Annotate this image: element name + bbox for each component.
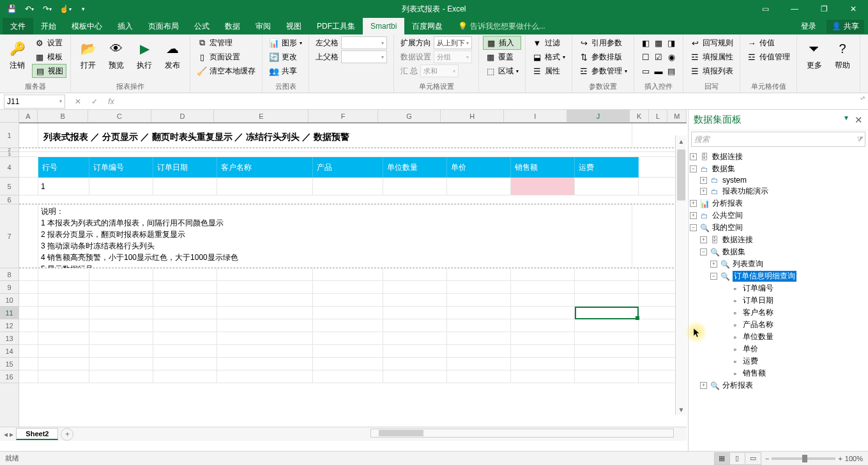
shape-button[interactable]: 📊图形▾ [266, 36, 305, 50]
filllist-button[interactable]: ☰填报列表 [687, 64, 736, 78]
tab-home[interactable]: 开始 [33, 18, 64, 34]
rowhdr-6[interactable]: 6 [0, 195, 19, 204]
tab-file[interactable]: 文件 [3, 18, 33, 34]
tree-price[interactable]: ▫单价 [690, 343, 867, 355]
rowhdr-15[interactable]: 15 [0, 358, 19, 370]
page-setup-button[interactable]: ▯页面设置 [194, 50, 258, 64]
maximize-button[interactable]: ❐ [809, 0, 839, 18]
colhdr-C[interactable]: C [88, 110, 151, 122]
sheet-nav[interactable]: ◂ ▸ [4, 430, 13, 439]
template-button[interactable]: ▦模板 [32, 50, 66, 64]
clear-cache-button[interactable]: 🧹清空本地缓存 [194, 64, 258, 78]
tree-analysis[interactable]: +📊分析报表 [690, 197, 867, 210]
tab-review[interactable]: 审阅 [248, 18, 278, 34]
settings-button[interactable]: ⚙设置 [32, 36, 66, 50]
region-button[interactable]: ⬚区域▾ [483, 64, 521, 78]
touch-qat[interactable]: ☝▾ [57, 2, 73, 16]
tab-insert[interactable]: 插入 [110, 18, 141, 34]
rowhdr-16[interactable]: 16 [0, 370, 19, 383]
add-sheet-button[interactable]: + [61, 428, 73, 441]
panel-dropdown-icon[interactable]: ▼ [843, 114, 849, 126]
wbrule-button[interactable]: ↩回写规则 [687, 36, 736, 50]
colhdr-L[interactable]: L [649, 110, 668, 122]
open-button[interactable]: 📂打开 [75, 36, 102, 73]
horizontal-scrollbar[interactable] [370, 429, 674, 438]
tree-sales[interactable]: ▫销售额 [690, 367, 867, 379]
colhdr-D[interactable]: D [151, 110, 215, 122]
tree-demo[interactable]: +🗀报表功能演示 [690, 185, 867, 197]
tab-data[interactable]: 数据 [217, 18, 248, 34]
cloud-share-button[interactable]: 👥共享 [266, 64, 305, 78]
tree-public[interactable]: +🗀公共空间 [690, 210, 867, 222]
fx-button[interactable]: fx [103, 95, 119, 109]
refparam-button[interactable]: ↪引用参数 [576, 36, 630, 50]
tree-orderquery[interactable]: −🔍订单信息明细查询 [690, 270, 867, 282]
vertical-scrollbar[interactable]: ▲ ▼ [675, 135, 687, 415]
login-link[interactable]: 登录 [793, 21, 824, 32]
tab-layout[interactable]: 页面布局 [141, 18, 187, 34]
ctrl-3[interactable]: ▭▬▤ [638, 64, 679, 78]
change-button[interactable]: 🔄更改 [266, 50, 305, 64]
paramsort-button[interactable]: ⇅参数排版 [576, 50, 630, 64]
rowhdr-12[interactable]: 12 [0, 319, 19, 332]
rowhdr-7[interactable]: 7 [0, 204, 19, 268]
formula-input[interactable] [119, 95, 855, 109]
accept-fx-button[interactable]: ✓ [87, 95, 102, 109]
logout-button[interactable]: 🔑注销 [4, 36, 31, 73]
sum-combo[interactable]: 求和▾ [420, 65, 459, 77]
rowhdr-8[interactable]: 8 [0, 268, 19, 281]
ribbon-options-button[interactable]: ▭ [750, 0, 780, 18]
expand-combo[interactable]: 从上到下▾ [434, 36, 472, 49]
zoom-thumb[interactable] [802, 455, 807, 462]
scroll-up-icon[interactable]: ▲ [676, 135, 687, 147]
more-button[interactable]: ⏷更多 [801, 36, 828, 73]
colhdr-M[interactable]: M [667, 110, 687, 122]
close-button[interactable]: ✕ [839, 0, 868, 18]
ctrl-2[interactable]: ☐☑◉ [638, 50, 679, 64]
panel-close-icon[interactable]: ✕ [855, 114, 863, 126]
zoom-slider[interactable] [772, 457, 835, 460]
colhdr-E[interactable]: E [214, 110, 308, 122]
tellme[interactable]: 💡 告诉我您想要做什么... [450, 18, 552, 34]
collapse-ribbon-button[interactable]: ˄ [862, 96, 865, 103]
colhdr-I[interactable]: I [504, 110, 567, 122]
tab-formula[interactable]: 公式 [187, 18, 217, 34]
rowhdr-13[interactable]: 13 [0, 332, 19, 345]
view-page-button[interactable]: ▯ [730, 453, 745, 464]
share-button[interactable]: 👤共享 [826, 20, 864, 33]
tab-template[interactable]: 模板中心 [64, 18, 110, 34]
tree-listquery[interactable]: +🔍列表查询 [690, 258, 867, 270]
preview-button[interactable]: 👁预览 [103, 36, 130, 73]
tree-dataconn[interactable]: +🗄数据连接 [690, 151, 867, 163]
undo-qat[interactable]: ↶▾ [22, 2, 37, 16]
rowhdr-14[interactable]: 14 [0, 345, 19, 358]
colhdr-K[interactable]: K [630, 110, 649, 122]
colhdr-G[interactable]: G [378, 110, 441, 122]
insert-toggle[interactable]: ▦插入 [483, 36, 521, 50]
group-combo[interactable]: 分组▾ [434, 50, 472, 63]
tree-custname[interactable]: ▫客户名称 [690, 307, 867, 319]
tab-smartbi[interactable]: Smartbi [363, 18, 404, 34]
filter-button[interactable]: ▼过滤 [529, 36, 568, 50]
cells-grid[interactable]: 列表式报表 ／ 分页显示 ／ 翻页时表头重复显示 ／ 冻结行头列头 ／ 数据预警… [19, 123, 687, 427]
tab-view[interactable]: 视图 [278, 18, 309, 34]
colhdr-A[interactable]: A [19, 110, 38, 122]
pass-button[interactable]: →传值 [744, 36, 793, 50]
vscroll-thumb[interactable] [677, 149, 685, 201]
tree-analysis2[interactable]: +🔍分析报表 [690, 379, 867, 392]
zoom-in-button[interactable]: + [838, 455, 842, 462]
view-toggle[interactable]: ▤视图 [32, 64, 66, 78]
passmgr-button[interactable]: ☲传值管理 [744, 50, 793, 64]
qat-more[interactable]: ▾ [75, 2, 91, 16]
publish-button[interactable]: ☁发布 [159, 36, 186, 73]
rowhdr-5[interactable]: 5 [0, 178, 19, 195]
help-button[interactable]: ?帮助 [829, 36, 856, 73]
colhdr-F[interactable]: F [308, 110, 377, 122]
execute-button[interactable]: ▶执行 [131, 36, 158, 73]
lparent-combo[interactable]: ▾ [341, 36, 387, 49]
tab-pdf[interactable]: PDF工具集 [309, 18, 363, 34]
colhdr-B[interactable]: B [38, 110, 88, 122]
fillattr-button[interactable]: ☲填报属性 [687, 50, 736, 64]
tab-baidu[interactable]: 百度网盘 [404, 18, 450, 34]
name-box[interactable]: J11▾ [4, 95, 65, 109]
